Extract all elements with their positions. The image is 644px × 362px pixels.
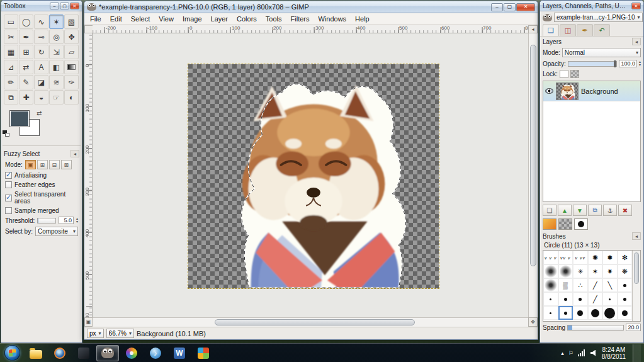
- canvas-menu-button[interactable]: ◂: [528, 25, 538, 33]
- image-selector-combo[interactable]: example-tran...cy-1.PNG-10: [554, 13, 643, 22]
- mode-subtract-button[interactable]: ⊟: [49, 160, 60, 169]
- zoom-combo[interactable]: 66.7%: [106, 329, 134, 338]
- brush-slash-2[interactable]: ╲: [602, 278, 618, 292]
- mode-replace-button[interactable]: ▣: [25, 160, 36, 169]
- image-maximize-button[interactable]: ▢: [504, 3, 516, 11]
- colorful[interactable]: [192, 345, 215, 361]
- rectangle-select-tool[interactable]: ▭: [4, 14, 18, 29]
- flip-tool[interactable]: ⇄: [19, 60, 33, 74]
- brush-dot-6[interactable]: [618, 292, 633, 306]
- menu-item[interactable]: Colors: [232, 14, 261, 24]
- dodge-burn-tool[interactable]: ◐: [64, 90, 79, 105]
- menu-item[interactable]: Image: [178, 14, 206, 24]
- free-select-tool[interactable]: ∿: [34, 14, 48, 29]
- menu-item[interactable]: Windows: [314, 14, 351, 24]
- checkbox-icon[interactable]: [5, 172, 12, 179]
- foreground-color-swatch[interactable]: [10, 111, 29, 127]
- blend-tool[interactable]: [64, 60, 79, 74]
- brush-circle-med-2[interactable]: [618, 306, 633, 320]
- menu-item[interactable]: Edit: [106, 14, 127, 24]
- network-icon[interactable]: [578, 349, 586, 356]
- brush-bird-flock-2[interactable]: vv v: [558, 251, 573, 264]
- duplicate-layer-button[interactable]: ⧉: [588, 205, 602, 216]
- brush-bird-flock-3[interactable]: v vv: [573, 251, 588, 264]
- scale-tool[interactable]: ⇲: [49, 45, 64, 59]
- brush-fuzzy-blob-1[interactable]: [543, 264, 558, 278]
- menu-item[interactable]: Select: [127, 14, 155, 24]
- threshold-value[interactable]: 5.0: [59, 217, 74, 224]
- spinner-arrows-icon[interactable]: ▴▾: [76, 217, 78, 223]
- quick-mask-button[interactable]: ▣: [84, 317, 93, 327]
- ink-tool[interactable]: ✑: [64, 75, 79, 89]
- image-close-button[interactable]: ✕: [516, 3, 535, 11]
- channels-tab[interactable]: ◫: [560, 24, 576, 36]
- volume-icon[interactable]: [590, 350, 597, 356]
- brush-sparks-1[interactable]: ✺: [588, 251, 603, 264]
- select-by-color-tool[interactable]: ▧: [64, 14, 79, 29]
- brush-fuzzy-blob-2[interactable]: [558, 264, 573, 278]
- delete-layer-button[interactable]: ✖: [618, 205, 632, 216]
- mode-add-button[interactable]: ⊞: [37, 160, 48, 169]
- blur-sharpen-tool[interactable]: ◒: [34, 90, 48, 105]
- tool-option-checkbox[interactable]: Antialiasing: [1, 171, 82, 180]
- vertical-scrollbar[interactable]: [528, 33, 538, 317]
- pencil-tool[interactable]: ✏: [4, 75, 18, 89]
- spinner-arrows-icon[interactable]: ▴▾: [639, 60, 641, 67]
- brush-slash-3[interactable]: ╱: [588, 292, 603, 306]
- brush-star-1[interactable]: ✶: [588, 264, 603, 278]
- paths-tool[interactable]: ✒: [19, 30, 33, 44]
- navigation-button[interactable]: ✥: [528, 317, 538, 327]
- brush-scrollbar[interactable]: [632, 251, 640, 321]
- default-colors-icon[interactable]: [3, 130, 11, 138]
- brush-dot-5[interactable]: [602, 292, 618, 306]
- image-minimize-button[interactable]: –: [491, 3, 503, 11]
- brush-dot-2[interactable]: [543, 292, 558, 306]
- menu-item[interactable]: File: [86, 14, 106, 24]
- taskbar-clock[interactable]: 8:24 AM 8/8/2011: [602, 346, 626, 360]
- visibility-eye-icon[interactable]: [545, 88, 553, 94]
- heal-tool[interactable]: ✚: [19, 90, 33, 105]
- scissors-select-tool[interactable]: ✂: [4, 30, 18, 44]
- tool-option-checkbox[interactable]: Feather edges: [1, 180, 82, 189]
- darkapp[interactable]: [72, 345, 95, 361]
- brush-circle-xlarge[interactable]: [602, 306, 618, 320]
- brush-bird-flock-1[interactable]: v v v: [543, 251, 558, 264]
- checkbox-icon[interactable]: [5, 207, 12, 214]
- brush-dot-1[interactable]: [618, 278, 633, 292]
- menu-item[interactable]: View: [154, 14, 178, 24]
- tray-expand-icon[interactable]: ▴: [561, 350, 564, 356]
- brush-dot-3[interactable]: [558, 292, 573, 306]
- itunes[interactable]: ♪: [144, 345, 167, 361]
- image-window-titlebar[interactable]: *example-transparency-1.PNG-10.0 (RGB, 1…: [84, 1, 538, 13]
- menu-item[interactable]: Help: [351, 14, 374, 24]
- airbrush-tool[interactable]: ≋: [49, 75, 64, 89]
- layers-close-button[interactable]: ✕: [631, 3, 641, 9]
- layers-window-titlebar[interactable]: Layers, Channels, Paths, Undo - P... ✕: [540, 1, 643, 11]
- opacity-value[interactable]: 100.0: [619, 60, 637, 67]
- spacing-value[interactable]: 20.0: [626, 324, 641, 331]
- brush-circle-11[interactable]: [558, 306, 573, 320]
- crop-tool[interactable]: ⊞: [19, 45, 33, 59]
- brush-star-2[interactable]: ✷: [602, 264, 618, 278]
- panel-menu-icon[interactable]: ◂: [71, 150, 79, 157]
- menu-item[interactable]: Layer: [206, 14, 233, 24]
- brush-circle-med[interactable]: [573, 306, 588, 320]
- anchor-layer-button[interactable]: ⚓: [603, 205, 617, 216]
- layer-row[interactable]: Background: [543, 81, 640, 101]
- toolbox-titlebar[interactable]: Toolbox –▢✕: [1, 1, 82, 11]
- undo-tab[interactable]: ↶: [594, 24, 610, 36]
- action-center-flag-icon[interactable]: ⚐: [568, 350, 573, 356]
- start-button[interactable]: [4, 345, 20, 361]
- zoom-tool[interactable]: ◎: [49, 30, 64, 44]
- brush-sparks-2[interactable]: ✹: [602, 251, 618, 264]
- toolbox-maximize-button[interactable]: ▢: [60, 3, 69, 9]
- layer-mode-combo[interactable]: Normal: [562, 48, 641, 57]
- layers-tab[interactable]: ❏: [543, 24, 559, 36]
- paintbrush-tool[interactable]: ✎: [19, 75, 33, 89]
- active-gradient-chip[interactable]: [543, 218, 556, 230]
- word[interactable]: W: [168, 345, 191, 361]
- brush-galaxy[interactable]: ✳: [573, 264, 588, 278]
- brush-scrollbar-thumb[interactable]: [634, 252, 639, 284]
- eraser-tool[interactable]: ◪: [34, 75, 48, 89]
- ellipse-select-tool[interactable]: ◯: [19, 14, 33, 29]
